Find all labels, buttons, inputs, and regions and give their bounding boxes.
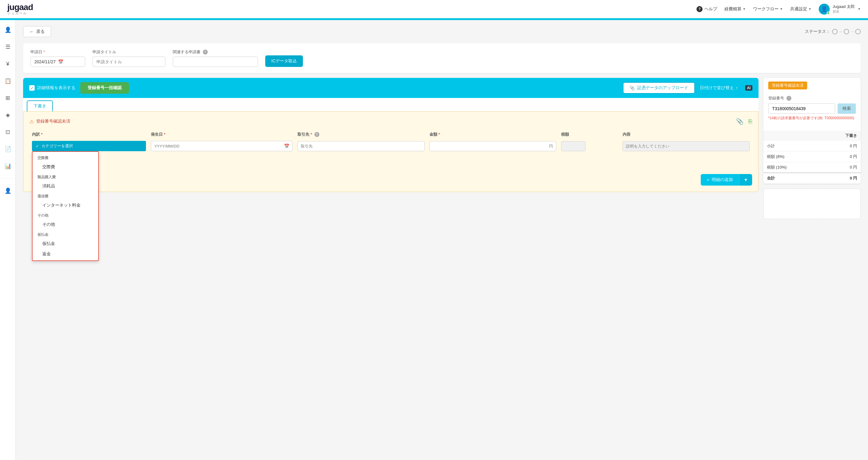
summary-row: 税額 (8%) 0 円	[764, 152, 861, 162]
title-group: 申請タイトル	[92, 49, 165, 67]
dropdown-item-sonota[interactable]: その他	[33, 219, 98, 230]
title-input[interactable]	[92, 57, 165, 67]
sort-arrow-icon: ↑	[736, 86, 738, 90]
summary-row-label: 税額 (8%)	[764, 152, 820, 162]
checkbox-check-icon: ✓	[30, 86, 34, 90]
reg-number-panel: 登録番号確認未済 登録番号 ! 検索	[764, 78, 861, 184]
sidebar-item-share[interactable]: ◈	[3, 110, 13, 120]
user-area[interactable]: 👤 Jugaad 太郎 部長 ▼	[819, 4, 861, 14]
date-entry-input[interactable]: 📅	[151, 141, 292, 151]
copy-icon[interactable]: ⎘	[748, 118, 752, 125]
sidebar-item-person[interactable]: 👤	[3, 186, 13, 195]
dropdown-item-shoumouhin[interactable]: 消耗品	[33, 181, 98, 191]
calendar-entry-icon: 📅	[284, 144, 289, 149]
sidebar-item-table[interactable]: ⊡	[3, 127, 13, 137]
add-detail-caret-button[interactable]: ▼	[739, 174, 752, 186]
content-area: ← 戻る ステータス： → →	[16, 20, 868, 225]
amount-header: 金額 *	[427, 130, 559, 139]
workflow-label: ワークフロー	[753, 6, 779, 12]
tax-header: 税額	[559, 130, 620, 139]
help-icon: ?	[696, 6, 703, 12]
upload-button[interactable]: 📎 証憑データのアップロード	[623, 82, 695, 94]
user-role: 部長	[833, 9, 855, 14]
confirm-all-button[interactable]: 登録番号一括確認	[80, 82, 129, 94]
sidebar-item-report[interactable]: 📊	[3, 161, 13, 171]
help-nav-item[interactable]: ? ヘルプ	[696, 6, 717, 12]
question-icon[interactable]: ?	[203, 50, 208, 55]
warning-icon: ⚠	[30, 119, 34, 124]
ai-badge: AI	[745, 85, 752, 91]
sidebar-item-users[interactable]: 👤	[3, 25, 13, 35]
detail-checkbox-label[interactable]: ✓ 詳細情報を表示する	[29, 85, 75, 91]
date-input[interactable]: 2024/11/27 📅	[30, 57, 85, 67]
draft-tab[interactable]: 下書き	[27, 100, 53, 111]
add-caret-icon: ▼	[744, 177, 748, 182]
status-circle-1	[832, 29, 838, 34]
client-question-icon[interactable]: ?	[314, 132, 319, 137]
main-content: ← 戻る ステータス： → →	[16, 20, 868, 460]
ic-import-button[interactable]: ICデータ取込	[265, 55, 303, 67]
entry-table: 内訳 * 発生日 * 取引先 *	[30, 130, 752, 169]
add-detail-button[interactable]: + 明細の追加	[701, 174, 739, 186]
summary-table: 下書き 小計 0 円 税額 (8%) 0 円 税額 (10%) 0 円 合計 0…	[764, 130, 861, 184]
detail-checkbox[interactable]: ✓	[29, 85, 35, 91]
tax-display-row: 表示形式 内税	[30, 153, 752, 169]
reg-number-input[interactable]	[768, 103, 835, 114]
group-label-kourisai: 交際費	[33, 153, 98, 162]
date-entry-field[interactable]	[154, 144, 282, 149]
summary-col-header: 下書き	[820, 130, 861, 141]
tax-cell: 0	[559, 139, 620, 153]
settings-nav-item[interactable]: 共通設定 ▼	[790, 6, 811, 12]
workflow-caret-icon: ▼	[780, 7, 783, 11]
amount-input[interactable]	[429, 141, 557, 151]
dropdown-item-henkin[interactable]: 返金	[33, 249, 98, 259]
client-input[interactable]	[298, 141, 425, 151]
back-button[interactable]: ← 戻る	[23, 26, 51, 37]
app-logo: jugaad ジュガール	[7, 2, 33, 16]
status-circle-3	[855, 29, 861, 34]
sidebar-item-document[interactable]: 📋	[3, 76, 13, 86]
help-label: ヘルプ	[704, 6, 717, 12]
client-cell	[295, 139, 427, 153]
warning-row: ⚠ 登録番号確認未済 📎 ⎘	[30, 118, 752, 125]
sidebar-item-yen[interactable]: ¥	[3, 59, 13, 69]
summary-row: 税額 (10%) 0 円	[764, 162, 861, 173]
sidebar-item-grid[interactable]: ⊞	[3, 93, 13, 103]
attach-icon[interactable]: 📎	[736, 118, 744, 125]
group-label-sonota: その他	[33, 211, 98, 219]
reg-input-row: 検索	[768, 103, 856, 114]
category-selected[interactable]: ✓ カテゴリーを選択	[32, 141, 146, 151]
top-navigation: jugaad ジュガール ? ヘルプ 経費精算 ▼ ワークフロー ▼ 共通設定 …	[0, 0, 868, 18]
date-header: 発生日 *	[148, 130, 295, 139]
related-label: 関連する申請書 ?	[173, 49, 258, 55]
workflow-nav-item[interactable]: ワークフロー ▼	[753, 6, 783, 12]
status-arrow-1: →	[839, 30, 842, 34]
summary-row-label: 合計	[764, 173, 820, 184]
detail-checkbox-text: 詳細情報を表示する	[37, 85, 75, 91]
content-input[interactable]	[623, 141, 750, 151]
plus-icon: +	[707, 177, 709, 182]
empty-cell	[295, 153, 752, 169]
calendar-icon: 📅	[58, 59, 63, 64]
back-label: 戻る	[36, 29, 45, 34]
tax-input[interactable]: 0	[561, 141, 585, 151]
main-layout: 👤 ☰ ¥ 📋 ⊞ ◈ ⊡ 📄 📊 👤 ← 戻る ステータス：	[0, 20, 868, 460]
required-mark: *	[43, 50, 45, 54]
dropdown-item-kourisai[interactable]: 交際費	[33, 162, 98, 172]
sidebar-item-file[interactable]: 📄	[3, 144, 13, 154]
sidebar-item-list[interactable]: ☰	[3, 42, 13, 52]
user-info: Jugaad 太郎 部長	[833, 4, 855, 14]
expense-nav-item[interactable]: 経費精算 ▼	[724, 6, 746, 12]
amount-cell	[427, 139, 559, 153]
reg-question-icon[interactable]: !	[786, 96, 792, 101]
sort-button[interactable]: 日付けで並び替え ↑	[700, 85, 738, 91]
category-dropdown-menu: 交際費 交際費 製品購入費 消耗品 通信費 インターネット料金 その他	[32, 151, 99, 261]
summary-row: 小計 0 円	[764, 141, 861, 152]
related-input[interactable]	[173, 57, 258, 67]
status-area: ステータス： → →	[805, 29, 861, 34]
clip-icon: 📎	[629, 86, 635, 90]
dropdown-item-karibaraikin[interactable]: 仮払金	[33, 239, 98, 249]
add-detail-label: 明細の追加	[712, 177, 733, 183]
dropdown-item-internet[interactable]: インターネット料金	[33, 200, 98, 211]
search-button[interactable]: 検索	[838, 103, 856, 114]
